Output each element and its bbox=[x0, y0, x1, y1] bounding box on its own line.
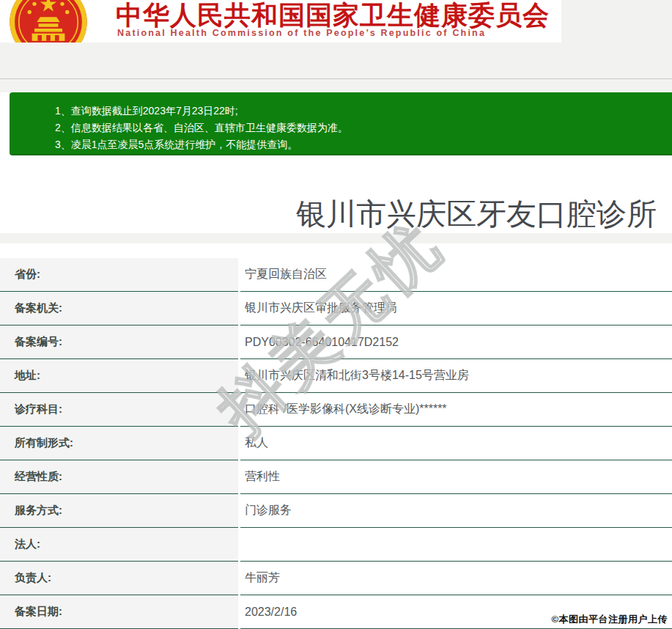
table-row-filing-authority: 备案机关: 银川市兴庆区审批服务管理局 bbox=[0, 292, 672, 325]
row-label: 备案日期: bbox=[0, 595, 238, 629]
table-row-ownership: 所有制形式: 私人 bbox=[0, 427, 672, 460]
record-table: 省份: 宁夏回族自治区 备案机关: 银川市兴庆区审批服务管理局 备案编号: PD… bbox=[0, 258, 672, 629]
row-value: 银川市兴庆区清和北街3号楼14-15号营业房 bbox=[240, 359, 672, 393]
row-value: 口腔科 /医学影像科(X线诊断专业)****** bbox=[240, 393, 672, 427]
row-value bbox=[240, 528, 672, 562]
row-label: 法人: bbox=[0, 528, 238, 562]
notice-line-3: 3、凌晨1点至凌晨5点系统进行维护，不能提供查询。 bbox=[55, 136, 672, 153]
row-label: 服务方式: bbox=[0, 494, 238, 528]
row-value: 宁夏回族自治区 bbox=[240, 258, 672, 292]
row-value: 营利性 bbox=[240, 460, 672, 494]
china-national-emblem-icon bbox=[7, 0, 89, 43]
notice-line-2: 2、信息数据结果以各省、自治区、直辖市卫生健康委数据为准。 bbox=[55, 119, 672, 136]
table-row-person-in-charge: 负责人: 牛丽芳 bbox=[0, 562, 672, 595]
agency-title-en: National Health Commission of the People… bbox=[117, 28, 486, 38]
table-row-province: 省份: 宁夏回族自治区 bbox=[0, 258, 672, 292]
row-value: 牛丽芳 bbox=[240, 562, 672, 595]
table-row-diagnosis-subjects: 诊疗科目: 口腔科 /医学影像科(X线诊断专业)****** bbox=[0, 393, 672, 427]
table-top-edge bbox=[0, 233, 672, 243]
table-row-address: 地址: 银川市兴庆区清和北街3号楼14-15号营业房 bbox=[0, 359, 672, 393]
table-row-filing-number: 备案编号: PDY00302-664010417D2152 bbox=[0, 325, 672, 359]
clinic-name-title: 银川市兴庆区牙友口腔诊所 bbox=[0, 194, 672, 235]
row-value: 私人 bbox=[240, 427, 672, 460]
table-row-business-nature: 经营性质: 营利性 bbox=[0, 460, 672, 494]
row-label: 负责人: bbox=[0, 562, 238, 595]
row-value: 银川市兴庆区审批服务管理局 bbox=[240, 292, 672, 325]
header-banner: 中华人民共和国国家卫生健康委员会 National Health Commiss… bbox=[0, 0, 561, 43]
header-divider-line bbox=[0, 78, 672, 79]
upload-stamp: ©本图由平台注册用户上传 bbox=[551, 613, 668, 626]
row-value: PDY00302-664010417D2152 bbox=[240, 325, 672, 359]
row-label: 地址: bbox=[0, 359, 238, 393]
table-row-service-mode: 服务方式: 门诊服务 bbox=[0, 494, 672, 528]
page-viewport: 中华人民共和国国家卫生健康委员会 National Health Commiss… bbox=[0, 0, 672, 629]
row-label: 所有制形式: bbox=[0, 427, 238, 460]
notice-box: 1、查询数据截止到2023年7月23日22时; 2、信息数据结果以各省、自治区、… bbox=[10, 92, 672, 155]
page: 中华人民共和国国家卫生健康委员会 National Health Commiss… bbox=[0, 0, 672, 629]
row-label: 备案编号: bbox=[0, 325, 238, 359]
row-label: 诊疗科目: bbox=[0, 393, 238, 427]
notice-line-1: 1、查询数据截止到2023年7月23日22时; bbox=[55, 103, 672, 119]
table-row-legal-person: 法人: bbox=[0, 528, 672, 562]
row-label: 经营性质: bbox=[0, 460, 238, 494]
row-label: 省份: bbox=[0, 258, 238, 292]
row-value: 门诊服务 bbox=[240, 494, 672, 528]
row-label: 备案机关: bbox=[0, 292, 238, 325]
